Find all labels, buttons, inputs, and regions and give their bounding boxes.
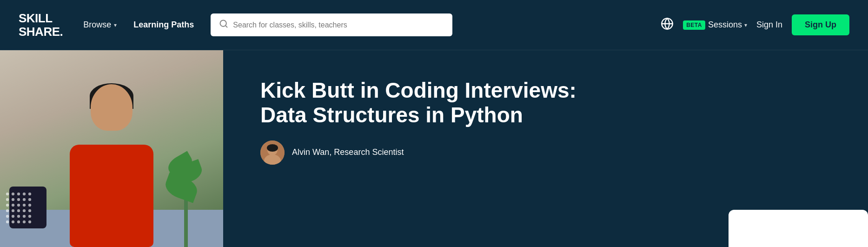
course-thumbnail[interactable] (0, 50, 223, 247)
site-logo[interactable]: SKILL SHARE. (19, 12, 63, 38)
nav-right-section: BETA Sessions ▾ Sign In Sign Up (661, 14, 849, 35)
person-figure (51, 75, 172, 247)
sessions-menu[interactable]: Sessions ▾ (708, 20, 747, 30)
beta-sessions-group[interactable]: BETA Sessions ▾ (683, 20, 747, 30)
person-head (91, 84, 133, 131)
search-input[interactable] (233, 21, 444, 29)
browse-menu[interactable]: Browse ▾ (83, 20, 117, 30)
logo-line1: SKILL (19, 12, 63, 25)
navbar: SKILL SHARE. Browse ▾ Learning Paths (0, 0, 868, 50)
person-body (70, 145, 153, 247)
search-icon (219, 19, 228, 31)
learning-paths-label: Learning Paths (133, 20, 194, 30)
instructor-row: Alvin Wan, Research Scientist (260, 140, 840, 165)
logo-line2: SHARE. (19, 25, 63, 39)
instructor-name: Alvin Wan, Research Scientist (292, 147, 404, 157)
svg-point-7 (267, 144, 278, 152)
pillow-dots (5, 191, 33, 224)
browse-label: Browse (83, 20, 111, 30)
avatar (260, 140, 285, 165)
course-title: Kick Butt in Coding Interviews: Data Str… (260, 78, 586, 127)
browse-chevron-icon: ▾ (114, 22, 117, 28)
sign-up-button[interactable]: Sign Up (792, 14, 849, 35)
bottom-card (729, 210, 868, 247)
sign-in-link[interactable]: Sign In (756, 20, 782, 30)
sessions-chevron-icon: ▾ (744, 22, 747, 28)
course-info-section: Kick Butt in Coding Interviews: Data Str… (223, 50, 868, 183)
sessions-label: Sessions (708, 20, 742, 30)
svg-line-1 (225, 26, 227, 27)
thumbnail-scene (0, 50, 223, 247)
learning-paths-link[interactable]: Learning Paths (133, 20, 194, 30)
main-content: Kick Butt in Coding Interviews: Data Str… (0, 50, 868, 247)
search-bar[interactable] (211, 13, 452, 36)
beta-badge: BETA (683, 20, 705, 30)
globe-icon[interactable] (661, 17, 674, 33)
